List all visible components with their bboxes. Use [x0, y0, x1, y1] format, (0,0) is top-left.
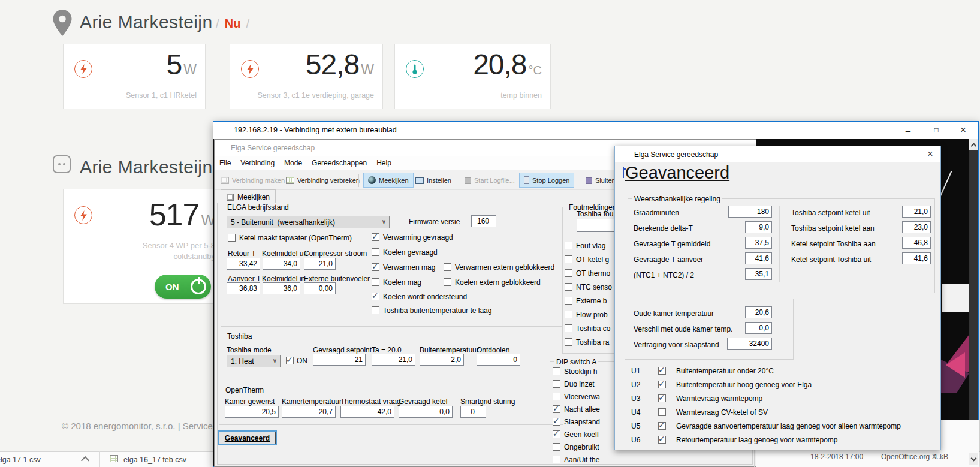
download-item-2[interactable]: elga 16_17 feb csv [123, 456, 186, 464]
u-flag-checkbox[interactable] [658, 436, 666, 444]
gevraagde-t-gemiddeld-field[interactable]: 37,5 [745, 237, 772, 249]
retour-t-field[interactable]: 33,42 [227, 258, 260, 270]
externe-buitenvoeler-field[interactable]: 0,00 [304, 282, 336, 294]
graadminuten-field[interactable]: 180 [728, 206, 772, 218]
koelmiddel-uit-field[interactable]: 34,0 [263, 258, 300, 270]
kamertemperatuur-field[interactable]: 20,7 [282, 406, 336, 418]
u-flag-label: Buitentemperatuur onder 20°C [676, 367, 774, 375]
tapwater-checkbox[interactable] [228, 234, 236, 242]
menu-gereedschappen[interactable]: Gereedschappen [307, 156, 372, 170]
toolbar-disconnect-button[interactable]: Verbinding verbreken [282, 173, 364, 188]
ntc-average-field[interactable]: 35,1 [745, 268, 772, 280]
status-checkbox[interactable] [444, 263, 451, 271]
fault-checkbox[interactable] [565, 338, 572, 346]
status-checkbox[interactable] [372, 248, 379, 256]
u-flag-checkbox[interactable] [658, 367, 666, 375]
minimize-button[interactable]: – [899, 122, 917, 138]
toolbar-start-logfile-button[interactable]: Start Logfile... [460, 173, 519, 188]
sensor-value-wrap: 20,8°C [473, 48, 542, 81]
toolbar-watch-button[interactable]: Meekijken [363, 173, 414, 188]
berekende-delta-t-field[interactable]: 9,0 [745, 221, 772, 233]
scrollbar-track[interactable] [969, 139, 978, 420]
sensor-value-wrap: 517W [64, 197, 215, 233]
ketel-setpoint-toshiba-aan-field[interactable]: 46,8 [902, 237, 931, 249]
bedrijfsstand-select[interactable]: 5 - Buitenunit (weersafhankelijk) [227, 216, 390, 228]
fault-checkbox[interactable] [565, 297, 572, 305]
maximize-button[interactable]: □ [927, 122, 945, 138]
status-checkbox[interactable] [372, 278, 379, 286]
smartgrid-sturing-field[interactable]: 0 [460, 406, 486, 418]
dip-checkbox[interactable] [553, 380, 560, 388]
toolbar-label: Instellen [427, 177, 451, 184]
fault-checkbox[interactable] [565, 242, 572, 249]
u-flag-checkbox[interactable] [658, 394, 666, 402]
tab-meekijken[interactable]: Meekijken [221, 189, 276, 204]
toshiba-setpoint-ketel-uit-field[interactable]: 21,0 [902, 206, 931, 218]
dip-checkbox[interactable] [553, 443, 560, 451]
menu-file[interactable]: File [215, 156, 236, 170]
sensor-label: Sensor 4 WP per 5-8 [64, 241, 215, 250]
u-flag-label: Retourtemperatuur laag genoeg voor warmt… [676, 436, 837, 444]
fault-checkbox[interactable] [565, 255, 572, 263]
copyright-footer: © 2018 energomonitor, s.r.o. | Service p [62, 421, 220, 431]
buitentemperatuur-field[interactable]: 2,0 [420, 354, 464, 366]
close-button[interactable]: × [954, 122, 972, 138]
configure-icon [415, 177, 424, 184]
status-checkbox[interactable] [372, 233, 379, 241]
toolbar-connect-button[interactable]: Verbinding maken [216, 173, 289, 188]
compressor-stroom-field[interactable]: 21,0 [304, 258, 336, 270]
sensor-value-wrap: 52,8W [306, 48, 374, 81]
file-date: 18-2-2018 17:00 [810, 453, 863, 461]
breadcrumb-current[interactable]: Nu [225, 17, 241, 31]
power-toggle[interactable]: ON [155, 275, 211, 299]
dip-checkbox[interactable] [553, 418, 560, 426]
dip-checkbox[interactable] [553, 367, 560, 375]
toolbar-stop-logging-button[interactable]: Stop Loggen [519, 173, 574, 188]
menu-help[interactable]: Help [372, 156, 396, 170]
fault-checkbox[interactable] [565, 269, 572, 277]
dip-checkbox[interactable] [553, 393, 560, 400]
verschil-kamer-temp-field[interactable]: 0,0 [745, 322, 772, 334]
ketel-setpoint-toshiba-uit-field[interactable]: 41,6 [902, 252, 931, 264]
ta-field[interactable]: 21,0 [372, 354, 415, 366]
gevraagde-t-aanvoer-field[interactable]: 41,6 [745, 252, 772, 264]
u-flag-checkbox[interactable] [658, 381, 666, 388]
field-label: Retour T [228, 249, 255, 258]
group-title: DIP switch A [554, 358, 598, 366]
fault-checkbox[interactable] [565, 324, 572, 332]
fault-checkbox[interactable] [565, 283, 572, 291]
menu-mode[interactable]: Mode [279, 156, 307, 170]
oude-kamer-temperatuur-field[interactable]: 20,6 [745, 306, 772, 318]
toshiba-mode-select[interactable]: 1: Heat [227, 355, 281, 367]
download-item-1[interactable]: elga 17 1 csv [0, 456, 41, 464]
dip-checkbox[interactable] [553, 456, 560, 463]
status-checkbox[interactable] [372, 293, 379, 300]
status-checkbox[interactable] [372, 306, 379, 314]
geavanceerd-button[interactable]: Geavanceerd [218, 430, 277, 445]
aanvoer-t-field[interactable]: 36,83 [227, 282, 260, 294]
firmware-value-field[interactable]: 160 [471, 215, 496, 227]
status-checkbox[interactable] [444, 278, 451, 286]
ontdooien-field[interactable]: 0 [477, 354, 520, 366]
thermostaat-vraag-field[interactable]: 42,0 [340, 406, 394, 418]
fault-checkbox[interactable] [565, 311, 572, 318]
u-flag-checkbox[interactable] [658, 408, 666, 416]
dialog-close-button[interactable]: × [923, 148, 937, 160]
toshiba-on-checkbox[interactable] [286, 357, 294, 364]
status-checkbox[interactable] [372, 263, 379, 271]
dip-checkbox[interactable] [553, 405, 560, 413]
kamer-gewenst-field[interactable]: 20,5 [225, 406, 279, 418]
breadcrumb-slash: / [216, 16, 219, 31]
scrollbar-down-button[interactable] [969, 453, 978, 465]
toshiba-setpoint-ketel-aan-field[interactable]: 23,0 [902, 221, 931, 233]
vertraging-slaapstand-field[interactable]: 32400 [727, 338, 772, 350]
menu-verbinding[interactable]: Verbinding [236, 156, 279, 170]
gevraagd-ketel-field[interactable]: 0,0 [399, 406, 453, 418]
scrollbar-up-button[interactable] [969, 139, 978, 150]
koelmiddel-in-field[interactable]: 36,0 [263, 282, 300, 294]
gevraagd-setpoint-field[interactable]: 21 [313, 354, 366, 366]
toolbar-configure-button[interactable]: Instellen [411, 173, 456, 188]
u-flag-id: U1 [631, 367, 640, 375]
dip-checkbox[interactable] [553, 430, 560, 438]
u-flag-checkbox[interactable] [658, 422, 666, 430]
